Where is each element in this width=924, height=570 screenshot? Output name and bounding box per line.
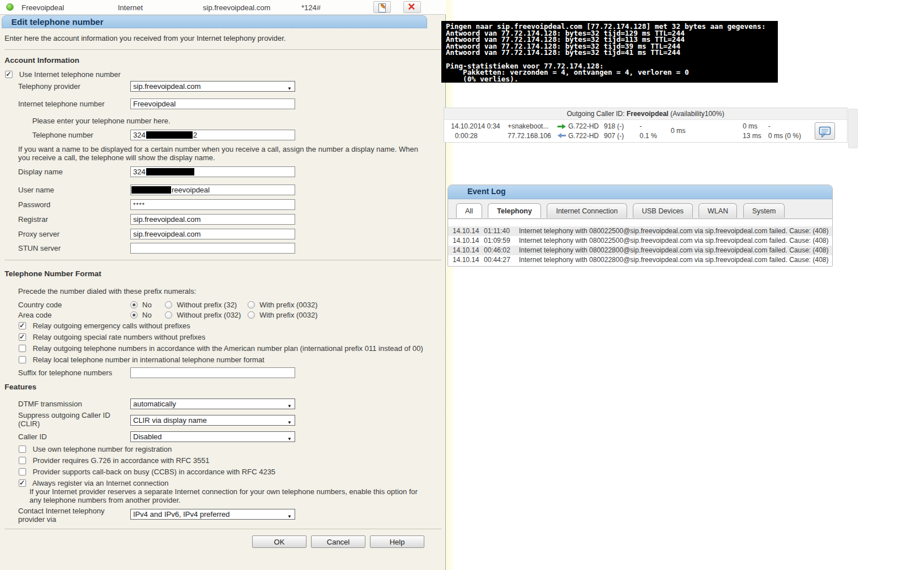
event-log-row: 14.10.14 01:09:59 Internet telephony wit… xyxy=(448,236,832,246)
relay-emergency-checkbox[interactable] xyxy=(19,322,26,329)
call-caller: +snakeboot... 77.72.168.106 xyxy=(508,122,551,140)
comment-button[interactable] xyxy=(815,122,835,140)
scrollbar[interactable] xyxy=(848,109,858,148)
ok-button[interactable]: OK xyxy=(252,535,306,548)
caller-id-name: Freevoipdeal xyxy=(627,110,668,118)
stun-input[interactable] xyxy=(130,243,295,254)
registrar-input[interactable]: sip.freevoipdeal.com xyxy=(130,214,295,225)
dtmf-select[interactable]: automatically ▼ xyxy=(130,398,295,409)
relay-special-rate-label: Relay outgoing special rate numbers with… xyxy=(33,333,206,341)
relay-special-rate-checkbox[interactable] xyxy=(19,333,26,341)
username-input[interactable]: reevoipdeal xyxy=(130,185,295,195)
relay-special-rate-row: Relay outgoing special rate numbers with… xyxy=(19,333,206,341)
contact-via-value: IPv4 and IPv6, IPv4 preferred xyxy=(133,510,230,518)
cancel-button[interactable]: Cancel xyxy=(311,535,365,548)
tab-all[interactable]: All xyxy=(456,203,482,218)
call-delay: 0 ms 13 ms xyxy=(743,122,761,140)
tab-telephony[interactable]: Telephony xyxy=(488,203,541,218)
relay-international-checkbox[interactable] xyxy=(19,356,26,363)
account-heading: Account Information xyxy=(5,56,79,65)
incoming-arrow-icon xyxy=(557,133,566,138)
prefix-intro: Precede the number dialed with these pre… xyxy=(18,287,196,295)
password-input[interactable]: **** xyxy=(130,199,295,210)
redaction-box xyxy=(146,131,193,139)
event-date: 14.10.14 xyxy=(453,226,484,236)
tab-usb-devices[interactable]: USB Devices xyxy=(633,203,693,218)
display-name-input[interactable]: 324 xyxy=(130,166,295,177)
g726-row: Provider requires G.726 in accordance wi… xyxy=(19,456,210,465)
country-with-prefix-radio[interactable] xyxy=(248,301,255,308)
redaction-box xyxy=(146,168,194,175)
g726-checkbox[interactable] xyxy=(19,457,26,464)
own-number-registration-row: Use own telephone number for registratio… xyxy=(19,445,172,453)
clir-label: Suppress outgoing Caller ID (CLIR) xyxy=(18,411,123,428)
telephone-number-input[interactable]: 3242 xyxy=(130,130,295,140)
always-register-label: Always register via an Internet connecti… xyxy=(32,479,169,487)
features-heading: Features xyxy=(5,383,36,391)
proxy-input[interactable]: sip.freevoipdeal.com xyxy=(130,229,295,239)
use-internet-number-row: Use Internet telephone number xyxy=(5,70,121,79)
contact-via-select[interactable]: IPv4 and IPv6, IPv4 preferred ▼ xyxy=(130,509,295,520)
call-packets: 918 (-) 907 (-) xyxy=(604,122,624,140)
redaction-box xyxy=(131,186,171,194)
telephone-number-start: 324 xyxy=(133,131,146,139)
tab-wlan[interactable]: WLAN xyxy=(699,203,737,218)
area-with-prefix-radio[interactable] xyxy=(248,311,255,319)
country-no-label: No xyxy=(142,301,152,309)
registrar-label: Registrar xyxy=(18,215,48,224)
area-without-prefix-label: Without prefix (032) xyxy=(177,311,241,319)
event-date: 14.10.14 xyxy=(453,246,484,255)
dropdown-arrow-icon: ▼ xyxy=(287,512,292,521)
country-without-prefix-radio[interactable] xyxy=(165,301,172,308)
call-loss: - 0.1 % xyxy=(640,122,657,140)
call-quality: - 0 ms (0 %) xyxy=(768,122,801,140)
help-button[interactable]: Help xyxy=(370,535,424,548)
ping-terminal: Pingen naar sip.freevoipdeal.com [77.72.… xyxy=(441,21,778,83)
area-with-prefix-label: With prefix (0032) xyxy=(259,311,318,319)
telephony-provider-select[interactable]: sip.freevoipdeal.com ▼ xyxy=(130,81,295,92)
suffix-input[interactable] xyxy=(130,367,295,378)
call-codecs: G.722-HD G.722-HD xyxy=(557,122,599,140)
suffix-label: Suffix for telephone numbers xyxy=(18,368,112,377)
panel-edge-strip xyxy=(446,0,454,570)
event-log-row: 14.10.14 01:11:40 Internet telephony wit… xyxy=(448,226,832,236)
tab-system[interactable]: System xyxy=(743,203,785,218)
telephone-number-end: 2 xyxy=(193,131,197,139)
use-internet-number-checkbox[interactable] xyxy=(5,71,12,78)
event-log-title: Event Log xyxy=(448,185,832,199)
callerid-select[interactable]: Disabled ▼ xyxy=(130,431,295,442)
entry-summary-bar: Freevoipdeal Internet sip.freevoipdeal.c… xyxy=(0,0,446,15)
edit-button[interactable]: ✎ xyxy=(373,1,391,13)
telephony-settings-panel: Freevoipdeal Internet sip.freevoipdeal.c… xyxy=(0,0,446,570)
internet-number-label: Internet telephone number xyxy=(18,100,105,108)
proxy-value: sip.freevoipdeal.com xyxy=(133,230,201,238)
divider xyxy=(5,260,441,260)
callerid-label: Caller ID xyxy=(18,432,47,441)
tab-internet-connection[interactable]: Internet Connection xyxy=(547,203,627,218)
relay-international-label: Relay local telephone number in internat… xyxy=(33,355,265,364)
internet-number-input[interactable]: Freevoipdeal xyxy=(130,98,295,109)
relay-american-plan-checkbox[interactable] xyxy=(19,345,26,352)
event-time: 01:11:40 xyxy=(484,226,519,236)
telephony-provider-label: Telephony provider xyxy=(18,82,80,91)
event-time: 01:09:59 xyxy=(484,236,519,246)
ccbs-checkbox[interactable] xyxy=(19,468,26,475)
relay-emergency-row: Relay outgoing emergency calls without p… xyxy=(19,322,190,330)
clir-select[interactable]: CLIR via display name ▼ xyxy=(130,415,295,426)
dialog-title-bar: Edit telephone number xyxy=(2,15,427,28)
event-log-panel: Event Log All Telephony Internet Connect… xyxy=(448,185,833,267)
area-no-radio[interactable] xyxy=(130,311,138,319)
stun-label: STUN server xyxy=(18,244,61,252)
area-without-prefix-radio[interactable] xyxy=(165,311,172,319)
own-number-registration-checkbox[interactable] xyxy=(19,445,26,453)
country-no-radio[interactable] xyxy=(130,301,138,308)
dropdown-arrow-icon: ▼ xyxy=(287,84,292,93)
relay-international-row: Relay local telephone number in internat… xyxy=(19,355,265,364)
delete-button[interactable]: × xyxy=(403,1,421,13)
always-register-checkbox[interactable] xyxy=(19,479,26,487)
username-label: User name xyxy=(18,186,54,194)
ccbs-label: Provider supports call-back on busy (CCB… xyxy=(33,468,275,476)
dtmf-value: automatically xyxy=(133,400,176,408)
relay-american-plan-label: Relay outgoing telephone numbers in acco… xyxy=(33,344,423,353)
event-log-row: 14.10.14 00:44:27 Internet telephony wit… xyxy=(448,255,832,265)
